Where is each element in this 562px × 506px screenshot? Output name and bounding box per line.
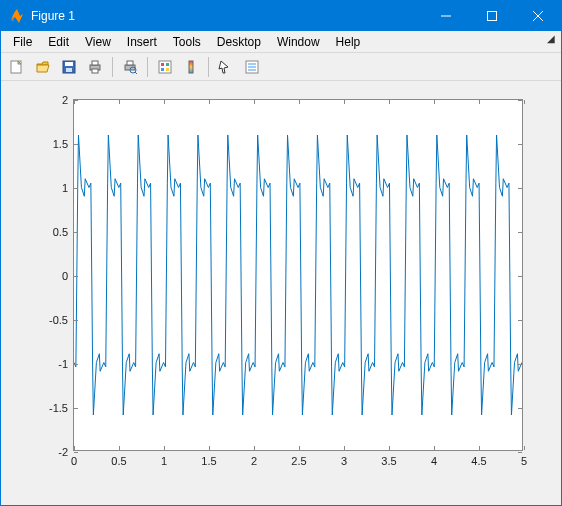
open-button[interactable]: [31, 55, 55, 79]
xtick-label: 3: [341, 455, 347, 467]
open-property-inspector-button[interactable]: [240, 55, 264, 79]
ytick-label: 1: [38, 182, 68, 194]
xtick-label: 3.5: [381, 455, 396, 467]
menubar: File Edit View Insert Tools Desktop Wind…: [1, 31, 561, 53]
ytick-label: 0.5: [38, 226, 68, 238]
xtick-label: 1.5: [201, 455, 216, 467]
maximize-button[interactable]: [469, 1, 515, 31]
menu-file[interactable]: File: [5, 33, 40, 51]
svg-rect-13: [166, 63, 169, 66]
svg-rect-7: [92, 69, 98, 73]
toolbar: [1, 53, 561, 81]
xtick-label: 2: [251, 455, 257, 467]
menu-desktop[interactable]: Desktop: [209, 33, 269, 51]
insert-colorbar-button[interactable]: [179, 55, 203, 79]
ytick-label: -1: [38, 358, 68, 370]
minimize-button[interactable]: [423, 1, 469, 31]
toolbar-separator: [208, 57, 209, 77]
print-preview-button[interactable]: [118, 55, 142, 79]
new-figure-button[interactable]: [5, 55, 29, 79]
xtick-label: 0.5: [111, 455, 126, 467]
figure-window: Figure 1 File Edit View Insert Tools Des…: [0, 0, 562, 506]
toolbar-separator: [112, 57, 113, 77]
svg-rect-3: [65, 62, 73, 66]
xtick-label: 4.5: [471, 455, 486, 467]
ytick-label: -1.5: [38, 402, 68, 414]
print-button[interactable]: [83, 55, 107, 79]
ytick-label: 0: [38, 270, 68, 282]
menu-tools[interactable]: Tools: [165, 33, 209, 51]
xtick-label: 1: [161, 455, 167, 467]
svg-rect-4: [66, 68, 72, 72]
ytick-label: 2: [38, 94, 68, 106]
menu-window[interactable]: Window: [269, 33, 328, 51]
xtick-label: 4: [431, 455, 437, 467]
toolbar-separator: [147, 57, 148, 77]
link-plot-button[interactable]: [153, 55, 177, 79]
line-plot: [74, 100, 522, 450]
svg-rect-15: [166, 68, 169, 71]
menu-view[interactable]: View: [77, 33, 119, 51]
xtick-label: 0: [71, 455, 77, 467]
close-button[interactable]: [515, 1, 561, 31]
titlebar: Figure 1: [1, 1, 561, 31]
ytick-label: -0.5: [38, 314, 68, 326]
save-button[interactable]: [57, 55, 81, 79]
xtick-label: 5: [521, 455, 527, 467]
ytick-label: 1.5: [38, 138, 68, 150]
xtick-label: 2.5: [291, 455, 306, 467]
matlab-icon: [9, 8, 25, 24]
svg-rect-9: [127, 61, 133, 65]
axes[interactable]: -2-1.5-1-0.500.511.5200.511.522.533.544.…: [73, 99, 523, 451]
window-title: Figure 1: [31, 9, 75, 23]
svg-rect-14: [161, 68, 164, 71]
svg-rect-16: [189, 61, 193, 73]
menu-edit[interactable]: Edit: [40, 33, 77, 51]
edit-plot-button[interactable]: [214, 55, 238, 79]
svg-rect-12: [161, 63, 164, 66]
svg-rect-11: [159, 61, 171, 73]
ytick-label: -2: [38, 446, 68, 458]
svg-rect-6: [92, 61, 98, 65]
plot-area[interactable]: -2-1.5-1-0.500.511.5200.511.522.533.544.…: [1, 81, 561, 505]
menu-help[interactable]: Help: [328, 33, 369, 51]
menu-insert[interactable]: Insert: [119, 33, 165, 51]
menu-overflow-icon[interactable]: ◢: [547, 33, 555, 44]
svg-rect-0: [488, 12, 497, 21]
